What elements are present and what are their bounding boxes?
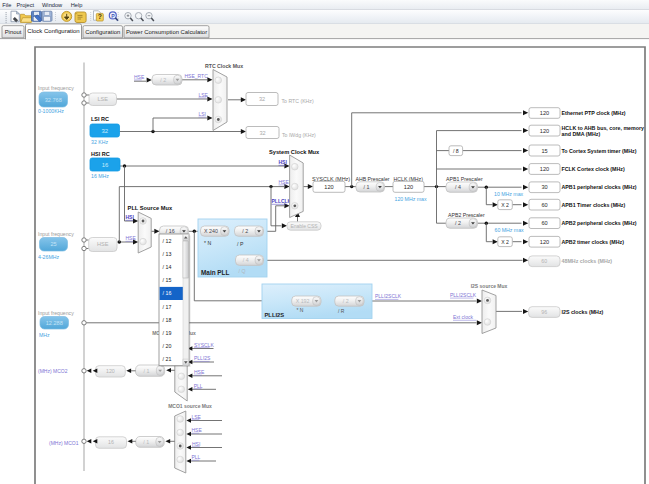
svg-text:APB2 timer clocks (MHz): APB2 timer clocks (MHz) [562,239,625,245]
svg-text:and DMA (MHz): and DMA (MHz) [562,131,601,137]
svg-text:X 2: X 2 [501,202,509,208]
svg-text:APB1 Prescaler: APB1 Prescaler [446,176,483,182]
svg-text:32.768: 32.768 [45,97,62,103]
svg-text:LSI: LSI [199,111,207,117]
svg-text:96: 96 [541,309,547,315]
svg-text:120: 120 [324,184,333,190]
svg-text:(MHz) MCO2: (MHz) MCO2 [38,368,68,374]
svg-text:16 MHz: 16 MHz [91,173,109,179]
svg-text:/ 16: / 16 [163,290,172,296]
svg-text:APB2 peripheral clocks (MHz): APB2 peripheral clocks (MHz) [562,220,637,226]
svg-text:/ 21: / 21 [163,356,172,362]
svg-text:Ext clock: Ext clock [453,314,474,320]
svg-text:To RTC (KHz): To RTC (KHz) [282,98,314,104]
svg-text:PLLI2SCLK: PLLI2SCLK [375,293,402,299]
svg-text:HSI: HSI [192,441,200,447]
svg-text:16: 16 [102,162,109,168]
svg-text:/ 18: / 18 [163,317,172,323]
svg-text:* N: * N [297,307,304,313]
svg-text:File: File [2,2,11,8]
svg-text:/ 20: / 20 [163,343,172,349]
svg-text:120: 120 [540,128,549,134]
svg-text:Ethernet PTP clock (MHz): Ethernet PTP clock (MHz) [562,110,626,116]
svg-text:32: 32 [259,96,265,102]
svg-text:32 KHz: 32 KHz [91,139,108,145]
svg-text:120: 120 [540,110,549,116]
svg-text:/ 13: / 13 [163,251,172,257]
svg-text:Project: Project [17,2,35,8]
svg-text:120 MHz max: 120 MHz max [395,196,427,202]
svg-text:LSE: LSE [192,414,202,420]
svg-text:/ 14: / 14 [163,264,172,270]
svg-text:/ 1: / 1 [143,368,149,374]
svg-text:/ 8: / 8 [453,148,459,154]
svg-text:/ 2: / 2 [242,228,248,234]
svg-text:Main PLL: Main PLL [201,269,229,276]
svg-text:X 2: X 2 [501,239,509,245]
svg-text:RTC Clock Mux: RTC Clock Mux [205,63,243,69]
svg-text:60: 60 [541,258,547,264]
svg-text:Power Consumption Calculator: Power Consumption Calculator [126,29,207,35]
svg-text:HSE: HSE [126,235,137,241]
svg-text:X 240: X 240 [204,228,218,234]
svg-text:/ 15: / 15 [163,277,172,283]
svg-text:/ 16: / 16 [166,228,175,234]
svg-text:X 192: X 192 [296,298,310,304]
svg-text:32: 32 [101,128,108,134]
svg-text:APB2 Prescaler: APB2 Prescaler [448,212,485,218]
svg-text:/ 12: / 12 [163,238,172,244]
svg-text:HSI: HSI [126,214,135,220]
svg-text:60: 60 [541,202,547,208]
svg-text:P: P [111,13,115,19]
svg-text:120: 120 [540,166,549,172]
svg-text:/ 1: / 1 [364,184,370,190]
svg-text:Configuration: Configuration [85,29,120,35]
svg-text:PLLI2S: PLLI2S [194,355,211,361]
svg-text:LSE: LSE [199,92,209,98]
svg-text:MCO1 source Mux: MCO1 source Mux [168,403,212,409]
svg-text:I2S source Mux: I2S source Mux [471,283,508,289]
svg-text:PLL Source Mux: PLL Source Mux [128,205,173,211]
svg-text:* N: * N [204,240,211,246]
svg-text:HSE: HSE [134,74,145,80]
svg-text:/ 2: / 2 [455,220,461,226]
svg-text:120: 120 [106,368,115,374]
svg-text:Enable CSS: Enable CSS [290,223,318,229]
svg-text:To Cortex System timer (MHz): To Cortex System timer (MHz) [562,148,637,154]
svg-text:Input frequency: Input frequency [38,85,74,91]
svg-text:/ 19: / 19 [163,330,172,336]
svg-text:HCLK to AHB bus, core, memory: HCLK to AHB bus, core, memory [562,125,645,131]
svg-text:I2S clocks (MHz): I2S clocks (MHz) [562,309,604,315]
svg-text:APB1 peripheral clocks (MHz): APB1 peripheral clocks (MHz) [562,184,637,190]
svg-text:32: 32 [259,130,265,136]
svg-text:/ 1: / 1 [143,439,149,445]
svg-text:PLL: PLL [194,383,203,389]
svg-text:/ R: / R [338,308,345,314]
svg-text:10 MHz max: 10 MHz max [494,191,524,197]
svg-text:/ P: / P [237,241,244,247]
svg-text:/ 2: / 2 [160,77,166,83]
svg-text:16: 16 [108,439,114,445]
svg-text:MHz: MHz [39,332,50,338]
svg-text:SYSCLK: SYSCLK [194,342,214,348]
svg-text:(MHz) MCO1: (MHz) MCO1 [49,440,79,446]
svg-text:APB1 Timer clocks (MHz): APB1 Timer clocks (MHz) [562,202,626,208]
svg-text:System Clock Mux: System Clock Mux [269,149,320,155]
svg-text:/ 2: / 2 [343,298,349,304]
svg-text:0-1000KHz: 0-1000KHz [38,108,64,114]
svg-text:/ 4: / 4 [243,257,249,263]
svg-text:PLLI2SCLK: PLLI2SCLK [450,292,477,298]
svg-text:/ Q: / Q [239,268,246,274]
svg-text:60 MHz max: 60 MHz max [495,227,525,233]
svg-text:Window: Window [42,2,63,8]
svg-text:HSE_RTC: HSE_RTC [185,73,209,79]
svg-text:HSI: HSI [279,159,288,165]
svg-text:15: 15 [541,148,547,154]
svg-text:/ 17: / 17 [163,304,172,310]
svg-text:120: 120 [404,184,413,190]
svg-text:Input frequency: Input frequency [38,310,74,316]
svg-text:To IWdg (KHz): To IWdg (KHz) [282,132,316,138]
svg-text:12.288: 12.288 [46,320,63,326]
svg-text:48MHz clocks (MHz): 48MHz clocks (MHz) [562,258,613,264]
svg-text:25: 25 [50,241,56,247]
